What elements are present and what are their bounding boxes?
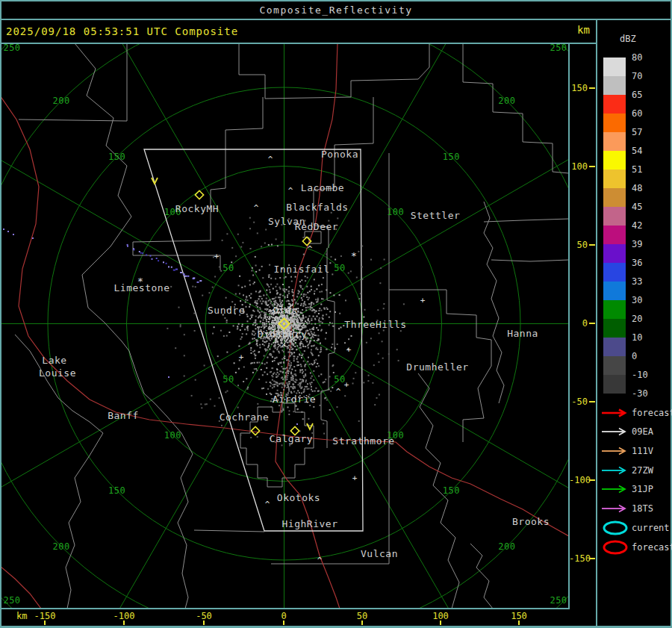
clutter-dot [175, 347, 176, 349]
clutter-dot [275, 382, 276, 383]
clutter-dot [300, 343, 302, 344]
arrow-icon [600, 465, 632, 476]
clutter-dot [299, 369, 301, 370]
clutter-dot [295, 370, 296, 371]
clutter-dot [298, 315, 299, 317]
clutter-dot [261, 317, 262, 319]
clutter-dot [271, 343, 273, 345]
clutter-dot [266, 298, 267, 299]
clutter-dot [270, 371, 271, 373]
clutter-dot [279, 352, 280, 353]
clutter-dot [305, 309, 307, 311]
clutter-dot [270, 301, 272, 302]
clutter-dot [308, 320, 309, 321]
clutter-dot [379, 282, 381, 284]
interference-dot [163, 261, 164, 263]
range-ring-label: 150 [108, 152, 125, 162]
clutter-dot [231, 301, 233, 302]
clutter-dot [259, 346, 261, 348]
clutter-dot [269, 313, 270, 314]
right-axis-label: -50 [569, 397, 588, 407]
clutter-dot [281, 361, 282, 363]
city-label: Banff [108, 410, 139, 421]
clutter-dot [268, 275, 270, 276]
clutter-dot [246, 388, 248, 390]
city-label: RockyMH [175, 203, 219, 214]
clutter-dot [348, 338, 349, 340]
scale-value-label: 39 [632, 239, 642, 249]
interference-dot [166, 263, 167, 264]
clutter-dot [329, 324, 330, 326]
clutter-dot [269, 289, 270, 290]
clutter-dot [329, 311, 331, 312]
clutter-dot [237, 407, 239, 408]
clutter-dot [306, 386, 308, 388]
clutter-dot [295, 276, 296, 278]
clutter-dot [273, 351, 275, 352]
clutter-dot [226, 335, 228, 337]
clutter-dot [307, 277, 308, 279]
clutter-dot [246, 378, 247, 379]
clutter-dot [305, 294, 307, 296]
clutter-dot [253, 222, 255, 223]
clutter-dot [300, 287, 302, 288]
clutter-dot [303, 391, 305, 393]
clutter-dot [240, 435, 241, 436]
plus-symbol: + [352, 473, 358, 483]
clutter-dot [242, 242, 243, 243]
clutter-dot [287, 373, 289, 374]
clutter-dot [194, 330, 196, 332]
clutter-dot [287, 376, 288, 378]
clutter-dot [287, 359, 289, 361]
clutter-dot [281, 358, 283, 360]
clutter-dot [302, 288, 303, 290]
range-ring-label: 250 [3, 595, 20, 606]
clutter-dot [266, 319, 267, 320]
scale-value-label: 20 [632, 314, 642, 324]
caret-symbol: ^ [317, 556, 323, 565]
clutter-dot [257, 309, 258, 311]
clutter-dot [291, 291, 293, 293]
clutter-dot [352, 383, 354, 385]
ellipse-shape [604, 522, 626, 534]
clutter-dot [167, 328, 168, 329]
clutter-dot [301, 411, 302, 413]
caret-symbol: ^ [308, 244, 313, 254]
clutter-dot [293, 366, 295, 367]
clutter-dot [283, 389, 284, 391]
clutter-dot [313, 316, 314, 317]
clutter-dot [302, 325, 304, 326]
interference-dot [156, 258, 158, 259]
clutter-dot [279, 287, 281, 288]
clutter-dot [302, 323, 303, 324]
clutter-dot [300, 320, 302, 322]
clutter-dot [302, 315, 304, 317]
clutter-dot [255, 320, 256, 321]
clutter-dot [314, 323, 316, 325]
clutter-dot [329, 376, 331, 377]
clutter-dot [241, 287, 243, 288]
interference-dot [127, 244, 128, 246]
clutter-dot [180, 326, 181, 327]
clutter-dot [358, 420, 360, 422]
clutter-dot [301, 297, 302, 299]
clutter-dot [254, 282, 255, 283]
clutter-dot [290, 276, 292, 278]
legend-ellipse-forecast [600, 538, 633, 556]
city-label: Blackfalds [286, 202, 348, 213]
city-label: Stettler [411, 210, 461, 221]
scale-value-label: -10 [632, 370, 648, 380]
clutter-dot [240, 338, 241, 340]
clutter-dot [264, 345, 265, 346]
clutter-dot [313, 379, 314, 381]
clutter-dot [326, 307, 327, 308]
scale-value-label: 60 [632, 108, 642, 119]
plus-symbol: + [346, 345, 352, 355]
city-label: HighRiver [282, 518, 338, 529]
scale-color-box [603, 375, 626, 394]
clutter-dot [217, 355, 219, 357]
city-label: Olds [273, 305, 297, 316]
clutter-dot [364, 309, 366, 311]
plus-symbol: + [239, 352, 244, 362]
clutter-dot [273, 372, 275, 373]
